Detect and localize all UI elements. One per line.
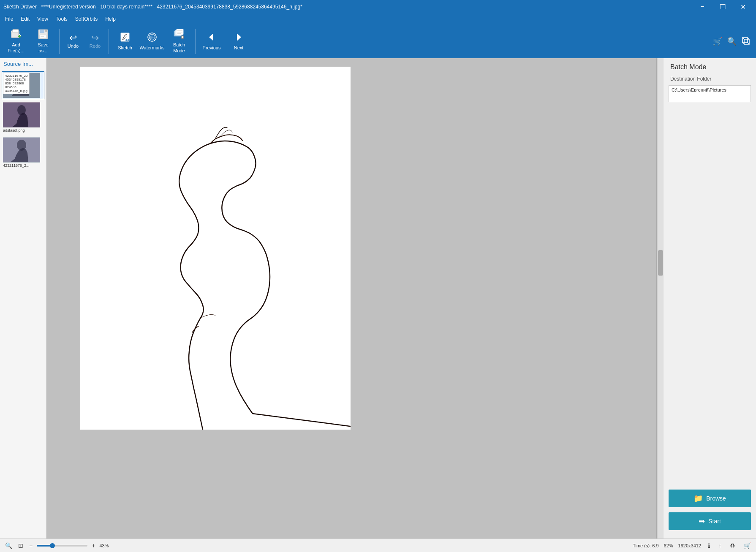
source-image-2-thumb — [3, 102, 40, 127]
toolbar: AddFile(s)... Saveas... ↩ Undo ↪ Redo — [0, 24, 756, 58]
sketch-drawing — [80, 67, 351, 430]
share-icon[interactable]: ↑ — [717, 541, 723, 550]
resolution: 1920x3412 — [678, 543, 701, 548]
zoom-minus-icon[interactable]: − — [27, 541, 34, 550]
toolbar-sep-3 — [195, 29, 196, 54]
save-as-button[interactable]: Saveas... — [30, 27, 56, 56]
watermarks-button[interactable]: © Watermarks — [139, 27, 165, 56]
toolbar-sep-2 — [109, 29, 109, 54]
scroll-thumb[interactable] — [658, 250, 663, 276]
close-button[interactable]: ✕ — [733, 0, 753, 14]
vertical-scrollbar[interactable] — [657, 58, 663, 538]
menu-file[interactable]: File — [2, 15, 16, 23]
toolbar-sep-1 — [59, 29, 60, 54]
previous-button[interactable]: Previous — [199, 27, 224, 56]
sketch-button[interactable]: Sketch — [112, 27, 138, 56]
source-image-2-filename: adsfasdf.png — [3, 128, 43, 133]
menu-help[interactable]: Help — [102, 15, 119, 23]
source-sidebar-header: Source Im... — [0, 58, 46, 70]
undo-button[interactable]: ↩ Undo — [63, 27, 83, 56]
zoom-in-icon[interactable]: 🔍 — [3, 541, 14, 550]
menu-softorbits[interactable]: SoftOrbits — [72, 15, 101, 23]
buy-icon[interactable]: 🛒 — [742, 541, 753, 550]
add-files-icon — [11, 29, 22, 41]
add-files-button[interactable]: AddFile(s)... — [3, 27, 29, 56]
zoom-plus-icon[interactable]: + — [90, 541, 97, 550]
cart-icon[interactable]: 🛒 — [711, 35, 724, 48]
browse-label: Browse — [706, 495, 726, 502]
source-image-3-filename: 423211676_2... — [3, 163, 43, 168]
save-as-label: Saveas... — [38, 42, 48, 53]
svg-text:©: © — [150, 36, 152, 40]
batch-mode-button[interactable]: BatchMode — [166, 27, 192, 56]
next-label: Next — [234, 45, 244, 51]
save-as-icon — [38, 29, 49, 41]
statusbar: 🔍 ⊡ − + 43% Time (s): 6.9 62% 1920x3412 … — [0, 538, 756, 552]
start-arrow-icon: ➡ — [699, 517, 705, 526]
svg-rect-13 — [45, 30, 47, 32]
source-image-item-3[interactable]: 423211676_2... — [2, 136, 44, 169]
thumb-3-visual — [3, 137, 40, 162]
source-image-item-2[interactable]: adsfasdf.png — [2, 101, 44, 134]
start-button[interactable]: ➡ Start — [669, 512, 751, 530]
sketch-label: Sketch — [118, 45, 132, 51]
sketch-icon — [119, 32, 131, 44]
titlebar: Sketch Drawer - ****Unregistered version… — [0, 0, 756, 14]
zoom-slider-container — [37, 545, 87, 547]
source-images-list: 423211676_2045340399178838_5928688245864… — [0, 70, 46, 538]
undo-icon: ↩ — [69, 33, 77, 43]
search-icon[interactable]: 🔍 — [726, 35, 738, 48]
menu-view[interactable]: View — [34, 15, 52, 23]
batch-mode-spacer — [664, 104, 756, 487]
titlebar-title: Sketch Drawer - ****Unregistered version… — [3, 4, 302, 10]
thumb-1-visual — [3, 73, 40, 98]
svg-point-28 — [182, 36, 183, 38]
zoom-slider[interactable] — [37, 545, 87, 547]
source-sidebar: Source Im... 423211676_2045340399178838_… — [0, 58, 46, 538]
batch-mode-icon — [173, 29, 185, 41]
right-panel: Batch Mode Destination Folder C:\Users\Е… — [663, 58, 756, 538]
redo-button[interactable]: ↪ Redo — [85, 27, 105, 56]
thumb-2-visual — [3, 102, 40, 127]
zoom-level: 62% — [664, 543, 673, 548]
source-image-3-thumb — [3, 137, 40, 162]
add-files-label: AddFile(s)... — [8, 42, 24, 53]
source-image-item-1[interactable]: 423211676_2045340399178838_5928688245864… — [2, 71, 44, 99]
previous-icon — [206, 32, 218, 44]
box-3d-icon[interactable] — [740, 35, 753, 48]
toolbar-right-icons: 🛒 🔍 — [711, 35, 753, 48]
browse-button[interactable]: 📁 Browse — [669, 490, 751, 507]
batch-mode-header: Batch Mode — [664, 58, 756, 74]
info-icon[interactable]: ℹ — [706, 541, 712, 550]
menubar: File Edit View Tools SoftOrbits Help — [0, 14, 756, 24]
svg-marker-30 — [237, 33, 241, 41]
destination-folder-label: Destination Folder — [664, 74, 756, 84]
social-icon[interactable]: ♻ — [728, 541, 737, 550]
next-icon — [233, 32, 245, 44]
batch-mode-label: BatchMode — [173, 42, 185, 53]
watermarks-label: Watermarks — [140, 45, 165, 51]
minimize-button[interactable]: − — [693, 0, 712, 14]
time-label: Time (s): 6.9 — [633, 543, 658, 548]
zoom-percent: 43% — [99, 543, 109, 548]
redo-label: Redo — [90, 43, 101, 49]
titlebar-controls: − ❐ ✕ — [693, 0, 753, 14]
destination-folder-input[interactable]: C:\Users\Евгений\Pictures — [669, 85, 751, 102]
redo-icon: ↪ — [91, 33, 99, 43]
svg-rect-6 — [12, 32, 19, 38]
svg-rect-12 — [41, 36, 44, 37]
svg-rect-10 — [40, 30, 44, 33]
zoom-slider-thumb[interactable] — [50, 543, 55, 548]
menu-edit[interactable]: Edit — [17, 15, 33, 23]
start-label: Start — [708, 518, 721, 525]
undo-label: Undo — [68, 43, 79, 49]
main-layout: Source Im... 423211676_2045340399178838_… — [0, 58, 756, 538]
svg-marker-29 — [209, 33, 213, 41]
statusbar-right: Time (s): 6.9 62% 1920x3412 ℹ ↑ ♻ 🛒 — [633, 541, 753, 550]
svg-point-17 — [127, 40, 128, 41]
fit-icon[interactable]: ⊡ — [16, 541, 25, 550]
menu-tools[interactable]: Tools — [52, 15, 71, 23]
next-button[interactable]: Next — [226, 27, 251, 56]
restore-button[interactable]: ❐ — [713, 0, 732, 14]
statusbar-left: 🔍 ⊡ − + 43% — [3, 541, 629, 550]
